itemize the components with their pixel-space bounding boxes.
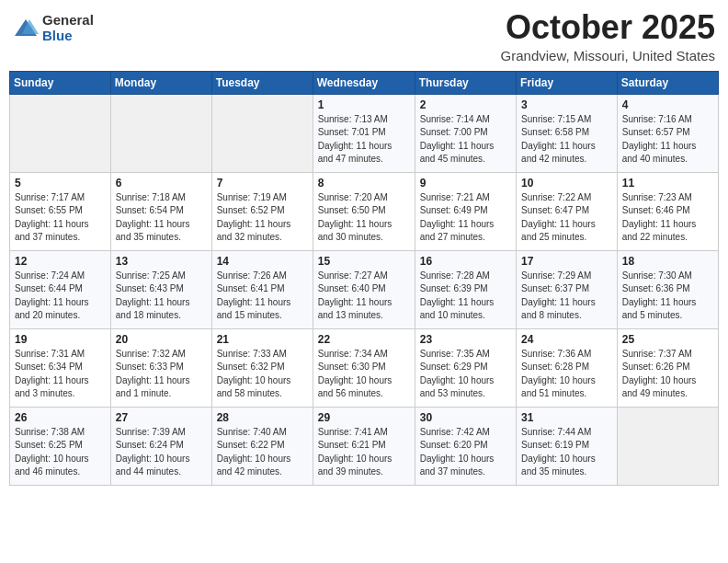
logo: General Blue: [13, 13, 94, 43]
weekday-header: Saturday: [617, 71, 718, 94]
day-info: Sunrise: 7:41 AMSunset: 6:21 PMDaylight:…: [318, 426, 410, 479]
day-number: 24: [521, 333, 612, 346]
day-number: 28: [217, 411, 308, 424]
logo-general: General: [42, 13, 94, 29]
weekday-header: Wednesday: [313, 71, 415, 94]
day-info: Sunrise: 7:25 AMSunset: 6:43 PMDaylight:…: [116, 270, 207, 323]
day-number: 13: [116, 255, 207, 268]
day-info: Sunrise: 7:23 AMSunset: 6:46 PMDaylight:…: [622, 191, 713, 245]
calendar-cell: 17Sunrise: 7:29 AMSunset: 6:37 PMDayligh…: [517, 250, 618, 328]
day-number: 19: [15, 333, 106, 346]
day-number: 2: [420, 98, 511, 111]
calendar-cell: 13Sunrise: 7:25 AMSunset: 6:43 PMDayligh…: [110, 250, 211, 328]
calendar-week-row: 26Sunrise: 7:38 AMSunset: 6:25 PMDayligh…: [10, 407, 719, 485]
calendar-cell: 10Sunrise: 7:22 AMSunset: 6:47 PMDayligh…: [517, 172, 618, 250]
calendar-cell: 19Sunrise: 7:31 AMSunset: 6:34 PMDayligh…: [10, 328, 111, 407]
calendar-cell: 16Sunrise: 7:28 AMSunset: 6:39 PMDayligh…: [415, 250, 516, 328]
month-title: October 2025: [501, 9, 715, 46]
calendar-cell: 8Sunrise: 7:20 AMSunset: 6:50 PMDaylight…: [313, 172, 415, 250]
logo-text: General Blue: [42, 13, 94, 43]
day-info: Sunrise: 7:14 AMSunset: 7:00 PMDaylight:…: [420, 113, 511, 167]
day-info: Sunrise: 7:36 AMSunset: 6:28 PMDaylight:…: [521, 348, 612, 401]
weekday-header: Tuesday: [211, 71, 313, 94]
day-info: Sunrise: 7:26 AMSunset: 6:41 PMDaylight:…: [217, 270, 308, 323]
calendar-cell: 21Sunrise: 7:33 AMSunset: 6:32 PMDayligh…: [211, 328, 313, 407]
day-number: 3: [521, 98, 612, 111]
day-info: Sunrise: 7:40 AMSunset: 6:22 PMDaylight:…: [217, 426, 308, 479]
day-number: 18: [622, 255, 713, 268]
day-info: Sunrise: 7:39 AMSunset: 6:24 PMDaylight:…: [116, 426, 207, 479]
day-info: Sunrise: 7:16 AMSunset: 6:57 PMDaylight:…: [622, 113, 713, 167]
calendar-cell: 2Sunrise: 7:14 AMSunset: 7:00 PMDaylight…: [415, 94, 516, 172]
calendar-cell: 30Sunrise: 7:42 AMSunset: 6:20 PMDayligh…: [415, 407, 516, 485]
weekday-header: Thursday: [415, 71, 516, 94]
calendar-cell: 9Sunrise: 7:21 AMSunset: 6:49 PMDaylight…: [415, 172, 516, 250]
weekday-header-row: SundayMondayTuesdayWednesdayThursdayFrid…: [10, 71, 719, 94]
day-number: 26: [15, 411, 106, 424]
calendar-week-row: 1Sunrise: 7:13 AMSunset: 7:01 PMDaylight…: [10, 94, 719, 172]
calendar-cell: 14Sunrise: 7:26 AMSunset: 6:41 PMDayligh…: [211, 250, 313, 328]
calendar-cell: 5Sunrise: 7:17 AMSunset: 6:55 PMDaylight…: [10, 172, 111, 250]
day-info: Sunrise: 7:15 AMSunset: 6:58 PMDaylight:…: [521, 113, 612, 167]
day-info: Sunrise: 7:20 AMSunset: 6:50 PMDaylight:…: [318, 191, 410, 245]
day-info: Sunrise: 7:28 AMSunset: 6:39 PMDaylight:…: [420, 270, 511, 323]
day-number: 30: [420, 411, 511, 424]
day-info: Sunrise: 7:13 AMSunset: 7:01 PMDaylight:…: [318, 113, 410, 167]
calendar-cell: 29Sunrise: 7:41 AMSunset: 6:21 PMDayligh…: [313, 407, 415, 485]
calendar-cell: 3Sunrise: 7:15 AMSunset: 6:58 PMDaylight…: [517, 94, 618, 172]
calendar-cell: 12Sunrise: 7:24 AMSunset: 6:44 PMDayligh…: [10, 250, 111, 328]
logo-icon: [13, 16, 39, 41]
day-info: Sunrise: 7:32 AMSunset: 6:33 PMDaylight:…: [116, 348, 207, 401]
day-number: 29: [318, 411, 410, 424]
calendar-cell: 15Sunrise: 7:27 AMSunset: 6:40 PMDayligh…: [313, 250, 415, 328]
calendar-week-row: 19Sunrise: 7:31 AMSunset: 6:34 PMDayligh…: [10, 328, 719, 407]
calendar-cell: [110, 94, 211, 172]
calendar-cell: 1Sunrise: 7:13 AMSunset: 7:01 PMDaylight…: [313, 94, 415, 172]
day-number: 4: [622, 98, 713, 111]
day-number: 5: [15, 177, 106, 190]
day-info: Sunrise: 7:38 AMSunset: 6:25 PMDaylight:…: [15, 426, 106, 479]
weekday-header: Friday: [517, 71, 618, 94]
calendar-cell: 27Sunrise: 7:39 AMSunset: 6:24 PMDayligh…: [110, 407, 211, 485]
day-number: 10: [521, 177, 612, 190]
weekday-header: Monday: [110, 71, 211, 94]
calendar-week-row: 12Sunrise: 7:24 AMSunset: 6:44 PMDayligh…: [10, 250, 719, 328]
calendar-cell: 6Sunrise: 7:18 AMSunset: 6:54 PMDaylight…: [110, 172, 211, 250]
day-number: 21: [217, 333, 308, 346]
day-info: Sunrise: 7:24 AMSunset: 6:44 PMDaylight:…: [15, 270, 106, 323]
day-number: 15: [318, 255, 410, 268]
day-number: 8: [318, 177, 410, 190]
calendar-cell: 4Sunrise: 7:16 AMSunset: 6:57 PMDaylight…: [617, 94, 718, 172]
day-number: 6: [116, 177, 207, 190]
day-number: 1: [318, 98, 410, 111]
day-number: 22: [318, 333, 410, 346]
day-number: 12: [15, 255, 106, 268]
calendar-cell: 31Sunrise: 7:44 AMSunset: 6:19 PMDayligh…: [517, 407, 618, 485]
calendar-cell: 24Sunrise: 7:36 AMSunset: 6:28 PMDayligh…: [517, 328, 618, 407]
day-info: Sunrise: 7:21 AMSunset: 6:49 PMDaylight:…: [420, 191, 511, 245]
day-number: 25: [622, 333, 713, 346]
day-info: Sunrise: 7:35 AMSunset: 6:29 PMDaylight:…: [420, 348, 511, 401]
calendar-cell: 22Sunrise: 7:34 AMSunset: 6:30 PMDayligh…: [313, 328, 415, 407]
day-info: Sunrise: 7:29 AMSunset: 6:37 PMDaylight:…: [521, 270, 612, 323]
calendar-cell: 25Sunrise: 7:37 AMSunset: 6:26 PMDayligh…: [617, 328, 718, 407]
calendar-cell: [617, 407, 718, 485]
calendar-cell: 23Sunrise: 7:35 AMSunset: 6:29 PMDayligh…: [415, 328, 516, 407]
calendar-cell: 28Sunrise: 7:40 AMSunset: 6:22 PMDayligh…: [211, 407, 313, 485]
day-number: 23: [420, 333, 511, 346]
day-number: 20: [116, 333, 207, 346]
calendar-cell: 18Sunrise: 7:30 AMSunset: 6:36 PMDayligh…: [617, 250, 718, 328]
day-info: Sunrise: 7:19 AMSunset: 6:52 PMDaylight:…: [217, 191, 308, 245]
day-number: 9: [420, 177, 511, 190]
day-info: Sunrise: 7:31 AMSunset: 6:34 PMDaylight:…: [15, 348, 106, 401]
calendar-week-row: 5Sunrise: 7:17 AMSunset: 6:55 PMDaylight…: [10, 172, 719, 250]
day-number: 14: [217, 255, 308, 268]
calendar-table: SundayMondayTuesdayWednesdayThursdayFrid…: [9, 71, 719, 486]
title-block: October 2025 Grandview, Missouri, United…: [501, 9, 715, 63]
day-number: 7: [217, 177, 308, 190]
calendar-cell: [211, 94, 313, 172]
calendar-cell: 20Sunrise: 7:32 AMSunset: 6:33 PMDayligh…: [110, 328, 211, 407]
day-number: 27: [116, 411, 207, 424]
day-number: 16: [420, 255, 511, 268]
day-info: Sunrise: 7:18 AMSunset: 6:54 PMDaylight:…: [116, 191, 207, 245]
